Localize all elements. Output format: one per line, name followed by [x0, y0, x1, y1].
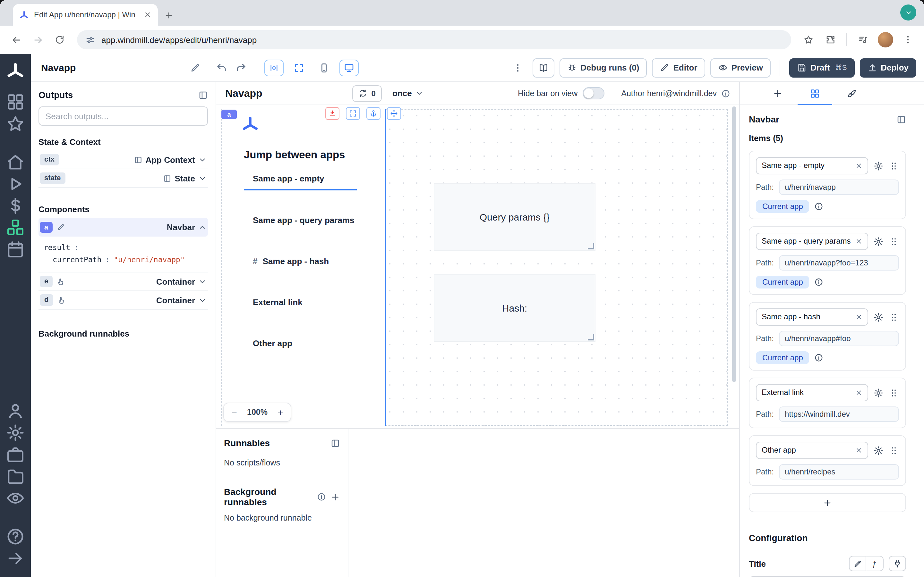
editor-tab-button[interactable]: Editor	[652, 58, 705, 77]
apps-icon[interactable]	[5, 92, 26, 111]
help-icon[interactable]	[5, 527, 26, 546]
nav-item-hash[interactable]: #Same app - hash	[244, 250, 357, 272]
item-drag-handle[interactable]	[889, 161, 899, 171]
anchor-component-button[interactable]	[367, 107, 381, 120]
item-label-input[interactable]: Same app - hash	[756, 308, 868, 326]
info-icon[interactable]	[721, 89, 730, 98]
draft-button[interactable]: Draft⌘S	[789, 58, 855, 77]
audit-logs-icon[interactable]	[5, 488, 26, 508]
add-item-button[interactable]	[749, 493, 906, 512]
nav-item-other-app[interactable]: Other app	[244, 332, 357, 355]
chevron-up-icon[interactable]	[198, 223, 207, 231]
info-icon[interactable]	[814, 277, 824, 287]
profile-avatar[interactable]	[878, 32, 893, 47]
component-row-e[interactable]: e Container	[39, 272, 208, 291]
nav-item-external-link[interactable]: External link	[244, 290, 357, 314]
tab-styling[interactable]	[834, 82, 871, 105]
run-mode-select[interactable]: once	[393, 89, 423, 98]
edit-app-name-icon[interactable]	[190, 63, 200, 73]
static-input-button[interactable]	[849, 556, 866, 571]
panel-toggle-icon[interactable]	[897, 114, 906, 124]
address-bar[interactable]: app.windmill.dev/apps/edit/u/henri/navap…	[77, 30, 791, 49]
users-icon[interactable]	[5, 401, 26, 421]
state-row[interactable]: state State	[39, 169, 208, 188]
expand-component-button[interactable]	[346, 107, 360, 120]
bookmark-button[interactable]	[799, 30, 818, 49]
info-icon[interactable]	[814, 353, 824, 362]
item-drag-handle[interactable]	[889, 236, 899, 247]
clear-icon[interactable]	[855, 389, 863, 396]
item-label-input[interactable]: Same app - query params	[756, 233, 868, 250]
more-menu-button[interactable]	[508, 59, 527, 77]
canvas-scrollbar[interactable]	[732, 106, 736, 382]
panel-toggle-icon[interactable]	[198, 90, 208, 100]
zoom-in-button[interactable]: +	[272, 404, 289, 421]
panel-toggle-icon[interactable]	[330, 438, 340, 448]
toggle-panels-button[interactable]	[264, 59, 284, 76]
reload-button[interactable]	[50, 30, 69, 49]
info-icon[interactable]	[814, 202, 824, 211]
debug-runs-button[interactable]: Debug runs (0)	[559, 58, 647, 77]
folders-icon[interactable]	[5, 467, 26, 486]
home-icon[interactable]	[5, 153, 26, 172]
move-component-button[interactable]	[387, 107, 401, 120]
tab-component-settings[interactable]	[796, 82, 834, 105]
chevron-down-icon[interactable]	[198, 296, 207, 304]
settings-icon[interactable]	[5, 423, 26, 442]
tab-search-button[interactable]	[900, 5, 916, 21]
info-icon[interactable]	[317, 492, 326, 501]
item-path-input[interactable]: u/henri/navapp	[779, 179, 899, 195]
fullscreen-button[interactable]	[289, 59, 309, 77]
tab-close-icon[interactable]	[144, 11, 152, 19]
chevron-down-icon[interactable]	[198, 174, 207, 182]
variables-icon[interactable]	[5, 196, 26, 215]
item-drag-handle[interactable]	[889, 312, 899, 322]
undo-button[interactable]	[212, 59, 231, 77]
extensions-button[interactable]	[821, 30, 840, 49]
item-path-input[interactable]: https://windmill.dev	[779, 406, 899, 422]
deploy-button[interactable]: Deploy	[859, 58, 916, 77]
resources-icon[interactable]	[5, 218, 26, 237]
component-row-d[interactable]: d Container	[39, 291, 208, 309]
chevron-down-icon[interactable]	[198, 277, 207, 285]
chevron-down-icon[interactable]	[198, 155, 207, 164]
component-row-navbar[interactable]: a Navbar	[39, 218, 208, 237]
hide-bar-toggle[interactable]	[583, 87, 604, 99]
item-drag-handle[interactable]	[889, 445, 899, 456]
nav-item-query-params[interactable]: Same app - query params	[244, 208, 357, 231]
search-outputs-input[interactable]	[45, 111, 201, 121]
item-path-input[interactable]: u/henri/navapp?foo=123	[779, 255, 899, 271]
clear-icon[interactable]	[855, 238, 863, 245]
forward-button[interactable]	[28, 30, 47, 49]
item-settings-icon[interactable]	[873, 312, 884, 322]
item-settings-icon[interactable]	[873, 161, 884, 171]
zoom-out-button[interactable]: −	[226, 404, 242, 421]
item-path-input[interactable]: u/henri/recipes	[779, 464, 899, 480]
search-outputs-box[interactable]	[39, 106, 208, 126]
item-settings-icon[interactable]	[873, 388, 884, 398]
back-button[interactable]	[6, 30, 26, 49]
refresh-app-button[interactable]: 0	[352, 85, 382, 102]
expand-sidebar-icon[interactable]	[5, 549, 26, 568]
site-settings-icon[interactable]	[86, 35, 95, 45]
item-path-input[interactable]: u/henri/navapp#foo	[779, 331, 899, 346]
docs-button[interactable]	[532, 58, 554, 77]
expression-input-button[interactable]: ƒ	[866, 556, 884, 571]
browser-menu-button[interactable]	[898, 30, 918, 49]
browser-tab[interactable]: Edit App u/henri/navapp | Win	[13, 4, 158, 26]
item-label-input[interactable]: Other app	[756, 442, 868, 459]
clear-icon[interactable]	[855, 314, 863, 321]
item-label-input[interactable]: External link	[756, 384, 868, 401]
runs-icon[interactable]	[5, 174, 26, 193]
ctx-row[interactable]: ctx App Context	[39, 151, 208, 169]
detach-component-button[interactable]	[325, 107, 339, 120]
new-tab-button[interactable]	[164, 11, 173, 20]
query-params-text-component[interactable]: Query params {}	[434, 183, 596, 251]
clear-icon[interactable]	[855, 162, 863, 169]
schedules-icon[interactable]	[5, 240, 26, 259]
desktop-view-button[interactable]	[339, 59, 359, 76]
preview-tab-button[interactable]: Preview	[710, 58, 771, 77]
pencil-icon[interactable]	[57, 223, 65, 231]
windmill-logo[interactable]	[5, 61, 26, 81]
clear-icon[interactable]	[855, 447, 863, 454]
